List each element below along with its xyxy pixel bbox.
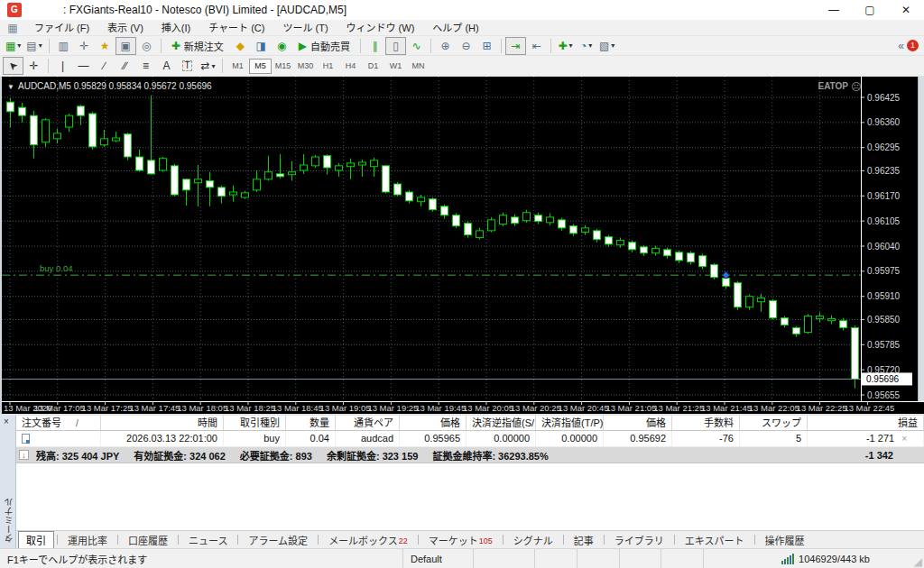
indicators-button[interactable]: ✚▾ — [555, 37, 576, 55]
signals-button[interactable]: ◉ — [272, 37, 292, 55]
column-header-6[interactable]: 決済逆指値(S/... — [467, 416, 536, 430]
terminal-close-icon[interactable]: × — [4, 417, 9, 426]
tf-H4[interactable]: H4 — [339, 59, 362, 74]
tab-取引[interactable]: 取引 — [18, 531, 54, 549]
fibonacci-icon: ≡ — [143, 60, 149, 71]
tab-マーケット[interactable]: マーケット105 — [421, 532, 500, 548]
tab-操作履歴[interactable]: 操作履歴 — [758, 532, 812, 548]
channel-button[interactable]: ∕∕ — [115, 57, 135, 75]
timeframe-buttons: M1M5M15M30H1H4D1W1MN — [226, 59, 430, 74]
templates-button[interactable]: ▧▾ — [596, 37, 617, 55]
metaeditor-button[interactable]: ◆ — [230, 37, 251, 55]
chart-collapse-icon[interactable]: ▼ — [7, 83, 14, 91]
candlestick-chart-button[interactable]: ▯ — [385, 37, 406, 55]
menu-item-5[interactable]: ウィンドウ (W) — [337, 20, 424, 36]
vertical-line-button[interactable]: | — [52, 57, 73, 75]
tf-M1[interactable]: M1 — [226, 59, 249, 74]
new-chart-button[interactable]: ▦▾ — [3, 37, 23, 55]
tf-M30[interactable]: M30 — [294, 59, 317, 74]
arrows-tool-button[interactable]: ⇄▾ — [198, 57, 218, 75]
svg-text:13 Mar 19:05: 13 Mar 19:05 — [320, 403, 371, 413]
tile-windows-button[interactable]: ⊞ — [476, 37, 497, 55]
line-chart-button[interactable]: ∿ — [406, 37, 427, 55]
tab-記事[interactable]: 記事 — [567, 532, 601, 548]
strategy-tester-button[interactable]: ◎ — [136, 37, 157, 55]
zoom-in-button[interactable]: ⊕ — [435, 37, 456, 55]
maximize-button[interactable]: ▢ — [852, 0, 888, 20]
column-header-5[interactable]: 価格 — [400, 416, 467, 430]
new-order-button[interactable]: ✚新規注文 — [165, 37, 230, 55]
tab-メールボックス[interactable]: メールボックス22 — [321, 532, 415, 548]
column-header-0[interactable]: 注文番号/ — [16, 416, 101, 430]
tf-W1[interactable]: W1 — [384, 59, 407, 74]
column-header-8[interactable]: 価格 — [604, 416, 672, 430]
tab-シグナル[interactable]: シグナル — [506, 532, 560, 548]
time-axis[interactable]: 13 Mar 202613 Mar 17:0513 Mar 17:2513 Ma… — [4, 401, 894, 413]
toolbar-separator — [49, 39, 50, 53]
column-header-1[interactable]: 時間 — [101, 416, 224, 430]
menu-item-0[interactable]: ファイル (F) — [25, 20, 98, 36]
tf-H1[interactable]: H1 — [317, 59, 339, 74]
column-header-3[interactable]: 数量 — [286, 416, 336, 430]
tab-ライブラリ[interactable]: ライブラリ — [607, 532, 671, 548]
bar-chart-button[interactable]: ∥ — [365, 37, 385, 55]
status-profile[interactable]: Default — [403, 549, 474, 568]
svg-text:13 Mar 17:45: 13 Mar 17:45 — [129, 403, 180, 413]
menu-item-1[interactable]: 表示 (V) — [98, 20, 152, 36]
close-order-icon[interactable]: × — [901, 435, 907, 444]
horizontal-line-button[interactable]: — — [73, 57, 94, 75]
chart-scrollbar[interactable] — [918, 77, 924, 401]
column-header-9[interactable]: 手数料 — [672, 416, 740, 430]
data-window-button[interactable]: ✛ — [74, 37, 95, 55]
column-header-2[interactable]: 取引種別 — [224, 416, 286, 430]
overflow-chevron-icon[interactable]: « — [898, 41, 904, 51]
svg-text:0.95975: 0.95975 — [867, 266, 901, 276]
zoom-out-button[interactable]: ⊖ — [456, 37, 476, 55]
resize-grip[interactable]: ◢ — [914, 556, 922, 567]
tf-M15[interactable]: M15 — [272, 59, 294, 74]
column-header-4[interactable]: 通貨ペア — [336, 416, 400, 430]
market-watch-button[interactable]: ▥ — [53, 37, 74, 55]
tab-label: 運用比率 — [68, 533, 107, 547]
toolbar-separator — [48, 59, 49, 73]
crosshair-tool-button[interactable]: ✛ — [23, 57, 44, 75]
terminal-toggle-button[interactable]: ▣ — [116, 37, 136, 55]
column-header-11[interactable]: 損益 — [808, 416, 924, 430]
tab-separator — [318, 535, 319, 545]
tf-MN[interactable]: MN — [407, 59, 430, 74]
price-chart[interactable]: buy 0.040.964250.963600.962950.962350.96… — [2, 77, 924, 414]
text-tool-button[interactable]: A — [156, 57, 177, 75]
column-header-10[interactable]: スワップ — [740, 416, 808, 430]
close-button[interactable]: ✕ — [888, 0, 924, 20]
chart-shift-button[interactable]: ⇤ — [526, 37, 547, 55]
autotrading-play-icon: ▶ — [299, 41, 307, 51]
menu-item-3[interactable]: チャート (C) — [199, 20, 273, 36]
terminal-side-tab[interactable]: ターミナル — [3, 498, 16, 543]
navigator-button[interactable]: ★ — [95, 37, 116, 55]
menu-item-2[interactable]: 挿入(I) — [152, 20, 199, 36]
minimize-button[interactable]: — — [816, 0, 852, 20]
tab-エキスパート[interactable]: エキスパート — [678, 532, 752, 548]
tf-D1[interactable]: D1 — [362, 59, 384, 74]
label-tool-button[interactable]: T — [177, 57, 198, 75]
order-row[interactable]: 2026.03.13 22:01:00buy0.04audcad0.959650… — [16, 431, 924, 447]
tab-アラーム設定[interactable]: アラーム設定 — [241, 532, 315, 548]
cursor-tool-button[interactable]: ➤ — [3, 57, 23, 75]
column-header-7[interactable]: 決済指値(T/P) — [536, 416, 604, 430]
menu-item-4[interactable]: ツール (T) — [273, 20, 337, 36]
notification-badge[interactable]: 1 — [907, 40, 919, 51]
tf-M5[interactable]: M5 — [249, 59, 272, 74]
fibonacci-button[interactable]: ≡ — [135, 57, 156, 75]
periods-button[interactable]: ◔▾ — [576, 37, 596, 55]
community-button[interactable]: ◨ — [251, 37, 272, 55]
tab-運用比率[interactable]: 運用比率 — [60, 532, 115, 548]
profiles-button[interactable]: ▤▾ — [23, 37, 44, 55]
svg-text:13 Mar 18:05: 13 Mar 18:05 — [177, 403, 227, 413]
trendline-button[interactable]: ∕ — [94, 57, 115, 75]
autotrading-button[interactable]: ▶自動売買 — [292, 37, 356, 55]
tab-口座履歴[interactable]: 口座履歴 — [121, 532, 175, 548]
ea-status-face-icon[interactable]: ☹ — [851, 81, 861, 92]
auto-scroll-button[interactable]: ⇥ — [505, 37, 526, 55]
tab-ニュース[interactable]: ニュース — [181, 532, 235, 548]
menu-item-6[interactable]: ヘルプ (H) — [423, 20, 487, 36]
